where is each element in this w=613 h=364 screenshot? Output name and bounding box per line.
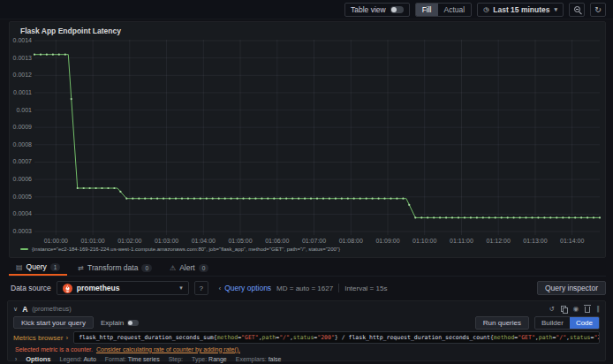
query-row-header: ∨ A (prometheus) ↺ ◉ ∥ [13,303,600,315]
y-tick-label: 0.0014 [10,37,32,43]
tab-alert[interactable]: ⚠ Alert 0 [163,260,216,276]
tab-query[interactable]: ▤ Query 1 [9,260,67,276]
query-options-toggle[interactable]: ‹ Query options [219,284,271,292]
y-tick-label: 0.0013 [10,55,32,61]
panel-editor-toolbar: Table view Fill Actual ◷ Last 15 minutes… [0,0,613,19]
actual-button[interactable]: Actual [438,4,472,16]
query-options-label: Query options [224,284,271,292]
table-view-label: Table view [351,5,386,14]
x-tick-label: 01:01:00 [80,238,104,244]
promql-token: "200" [317,334,335,341]
chevron-right-icon: › [65,334,68,342]
datasource-label: Data source [11,284,51,292]
option-item: Legend: Auto [60,356,96,362]
y-tick-label: 0.0004 [10,210,32,216]
x-tick-label: 01:09:00 [375,238,399,244]
query-row-a: ∨ A (prometheus) ↺ ◉ ∥ Kick start your q… [7,300,606,361]
x-tick-label: 01:07:00 [302,238,326,244]
query-inspector-button[interactable]: Query inspector [537,281,606,295]
counter-warning: Selected metric is a counter. Consider c… [13,345,600,353]
switch-knob [391,7,397,12]
x-tick-label: 01:05:00 [228,238,252,244]
legend-item[interactable]: {instance="ec2-184-169-216-224.us-west-1… [20,246,340,252]
option-item: Exemplars: false [236,356,282,362]
promql-token: path [262,334,276,341]
promql-token: status [293,334,314,341]
y-tick-label: 0.0005 [10,193,32,200]
query-right-tools: Run queries Builder Code [475,316,600,330]
explain-switch[interactable] [127,320,139,326]
table-view-switch[interactable] [390,6,404,13]
max-data-points-info: MD = auto = 1627 [276,284,333,292]
promql-token: method [217,334,238,341]
query-toolbar: Kick start your query Explain Run querie… [13,315,600,330]
x-tick-label: 01:03:00 [155,238,178,244]
options-title: Options [26,355,50,363]
query-ref-id[interactable]: A [22,305,27,314]
x-tick-label: 01:00:00 [44,238,68,244]
promql-token: / [338,334,349,341]
tab-query-count-badge: 1 [50,263,61,271]
legend-series-label: {instance="ec2-184-169-216-224.us-west-1… [32,246,340,252]
y-tick-label: 0.0006 [10,176,32,182]
tab-alert-label: Alert [179,263,194,272]
editor-tabs: ▤ Query 1 ⇄ Transform data 0 ⚠ Alert 0 [9,260,606,277]
x-tick-label: 01:12:00 [487,238,511,244]
datasource-help-button[interactable]: ? [194,281,208,295]
drag-handle[interactable]: ∥ [596,306,600,313]
fill-button[interactable]: Fill [416,4,438,16]
chart-svg[interactable] [10,22,607,245]
query-history-icon[interactable]: ↺ [549,306,554,313]
metrics-browser-label: Metrics browser [13,334,63,342]
table-view-toggle-group[interactable]: Table view [344,3,410,17]
promql-token: flask_http_request_duration_seconds_coun… [348,334,489,341]
y-tick-label: 0.0011 [10,89,32,95]
promql-query-input[interactable]: flask_http_request_duration_seconds_sum{… [73,331,600,344]
builder-button[interactable]: Builder [535,317,570,329]
x-tick-label: 01:08:00 [339,238,363,244]
tab-transform-count-badge: 0 [141,264,152,272]
time-range-picker[interactable]: ◷ Last 15 minutes ▾ [477,3,564,17]
zoom-out-button[interactable] [569,3,585,17]
y-tick-label: 0.0008 [10,141,32,148]
hide-response-eye-icon[interactable]: ◉ [573,306,579,313]
clock-icon: ◷ [483,6,488,13]
datasource-value: prometheus [77,284,175,292]
duplicate-query-icon[interactable] [561,306,567,313]
tab-transform-data[interactable]: ⇄ Transform data 0 [71,260,159,276]
datasource-picker[interactable]: prometheus ▾ [57,281,189,295]
chevron-left-icon: ‹ [219,285,221,292]
option-item: Format: Time series [105,356,160,362]
promql-token: "/" [556,334,566,341]
refresh-button[interactable]: ↻ [590,3,606,17]
alert-bell-icon: ⚠ [170,264,176,272]
interval-info: Interval = 15s [344,284,387,292]
prometheus-logo-icon [63,284,72,293]
warning-rate-link[interactable]: Consider calculating rate of counter by … [96,346,240,353]
code-button[interactable]: Code [570,317,599,329]
kick-start-query-button[interactable]: Kick start your query [13,316,94,329]
promql-token: path [539,334,553,341]
metrics-browser-toggle[interactable]: Metrics browser › [13,334,68,342]
warning-text: Selected metric is a counter. [15,346,93,353]
options-chevron-icon: › [15,356,17,362]
x-tick-label: 01:04:00 [192,238,216,244]
query-code-row: Metrics browser › flask_http_request_dur… [13,330,600,345]
remove-query-trash-icon[interactable] [585,307,590,313]
tab-alert-count-badge: 0 [199,264,209,272]
run-queries-button[interactable]: Run queries [475,316,529,330]
y-tick-label: 0.0009 [10,124,32,130]
x-tick-label: 01:10:00 [412,238,436,244]
query-row-actions: ↺ ◉ ∥ [549,305,600,313]
y-tick-label: 0.0003 [10,228,32,234]
chevron-down-icon: ▾ [554,6,557,13]
chart-area[interactable]: 0.00030.00040.00050.00060.00070.00080.00… [10,22,607,245]
x-tick-label: 01:14:00 [560,238,584,244]
y-tick-label: 0.0012 [10,72,32,78]
query-options-row[interactable]: › Options Legend: AutoFormat: Time serie… [13,353,600,364]
collapse-chevron-icon[interactable]: ∨ [13,306,18,313]
explain-label: Explain [101,319,124,327]
fill-actual-segmented-control: Fill Actual [415,3,472,17]
promql-token: "/" [279,334,290,341]
promql-token: method [494,334,514,341]
